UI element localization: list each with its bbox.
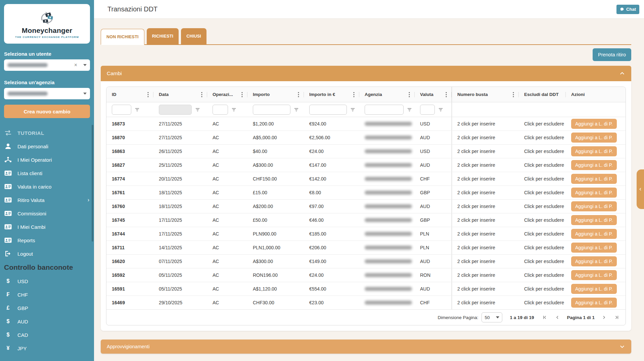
cell-numero-busta[interactable]: 2 click per inserire [452, 131, 519, 144]
cell-numero-busta[interactable]: 2 click per inserire [452, 158, 519, 172]
user-select[interactable]: × [4, 59, 90, 71]
cambi-section-header[interactable]: Cambi [101, 66, 631, 81]
add-to-pickup-list-button[interactable]: Aggiungi a L. di P. [571, 119, 617, 129]
add-to-pickup-list-button[interactable]: Aggiungi a L. di P. [571, 133, 617, 143]
filter-input-valuta[interactable] [420, 105, 435, 115]
column-header-valuta[interactable]: Valuta [415, 87, 452, 102]
cell-numero-busta[interactable]: 2 click per inserire [452, 200, 519, 213]
add-to-pickup-list-button[interactable]: Aggiungi a L. di P. [571, 160, 617, 170]
column-header-operazione[interactable]: Operazi... [207, 87, 247, 102]
add-to-pickup-list-button[interactable]: Aggiungi a L. di P. [571, 270, 617, 280]
tab-chiusi[interactable]: CHIUSI [181, 28, 206, 44]
sidebar-item-logout[interactable]: Logout [0, 247, 94, 260]
chevron-up-icon[interactable] [619, 70, 625, 76]
filter-input-agenzia[interactable] [365, 105, 404, 115]
add-to-pickup-list-button[interactable]: Aggiungi a L. di P. [571, 174, 617, 184]
cell-escludi[interactable]: Click per escludere [519, 186, 566, 199]
cell-numero-busta[interactable]: 2 click per inserire [452, 241, 519, 254]
filter-input-importo-eur[interactable] [309, 105, 347, 115]
new-exchange-button[interactable]: Crea nuovo cambio [4, 105, 90, 118]
tab-non-richiesti[interactable]: NON RICHIESTI [101, 29, 144, 45]
cell-escludi[interactable]: Click per escludere [519, 200, 566, 213]
currency-item[interactable]: ¥ JPY [0, 342, 94, 355]
cell-numero-busta[interactable]: 2 click per inserire [452, 186, 519, 199]
chevron-down-icon[interactable] [83, 93, 87, 95]
add-to-pickup-list-button[interactable]: Aggiungi a L. di P. [571, 229, 617, 239]
currency-item[interactable]: $ USD [0, 274, 94, 288]
cell-escludi[interactable]: Click per escludere [519, 296, 566, 309]
agency-select[interactable] [4, 88, 90, 99]
cell-numero-busta[interactable]: 2 click per inserire [452, 227, 519, 241]
add-to-pickup-list-button[interactable]: Aggiungi a L. di P. [571, 201, 617, 211]
chat-button[interactable]: Chat [616, 5, 639, 14]
tab-richiesti[interactable]: RICHIESTI [147, 28, 179, 44]
filter-icon[interactable] [135, 107, 140, 112]
cell-numero-busta[interactable]: 2 click per inserire [452, 145, 519, 158]
filter-icon[interactable] [407, 107, 412, 112]
cell-escludi[interactable]: Click per escludere [519, 145, 566, 158]
next-page-button[interactable] [601, 314, 607, 321]
first-page-button[interactable] [541, 314, 548, 321]
prev-page-button[interactable] [554, 314, 561, 321]
add-to-pickup-list-button[interactable]: Aggiungi a L. di P. [571, 284, 617, 294]
cell-numero-busta[interactable]: 2 click per inserire [452, 117, 519, 131]
column-header-numero-busta[interactable]: Numero busta [452, 87, 519, 102]
column-menu-icon[interactable] [353, 92, 355, 97]
last-page-button[interactable] [613, 314, 620, 321]
filter-icon[interactable] [438, 107, 443, 112]
chevron-down-icon[interactable] [83, 64, 87, 66]
column-header-importo-eur[interactable]: Importo in € [304, 87, 359, 102]
side-drawer-handle[interactable] [637, 169, 644, 209]
add-to-pickup-list-button[interactable]: Aggiungi a L. di P. [571, 188, 617, 198]
currency-item[interactable]: ₣ CHF [0, 288, 94, 301]
chevron-down-icon[interactable] [619, 344, 625, 350]
filter-input-importo[interactable] [253, 105, 290, 115]
page-size-select[interactable]: 50 [481, 312, 502, 322]
column-header-azioni[interactable]: Azioni [566, 87, 626, 102]
column-menu-icon[interactable] [241, 92, 243, 97]
add-to-pickup-list-button[interactable]: Aggiungi a L. di P. [571, 256, 617, 266]
column-header-data[interactable]: Data [153, 87, 207, 102]
cell-escludi[interactable]: Click per escludere [519, 268, 566, 282]
currency-item[interactable]: $ CAD [0, 328, 94, 342]
book-pickup-button[interactable]: Prenota ritiro [593, 48, 631, 61]
cell-numero-busta[interactable]: 2 click per inserire [452, 268, 519, 282]
sidebar-scrollbar[interactable] [92, 125, 93, 242]
cell-escludi[interactable]: Click per escludere [519, 255, 566, 268]
sidebar-item-lista-clienti[interactable]: Lista clienti [0, 166, 94, 180]
cell-escludi[interactable]: Click per escludere [519, 227, 566, 241]
column-menu-icon[interactable] [409, 92, 410, 97]
filter-icon[interactable] [195, 107, 200, 112]
column-menu-icon[interactable] [513, 92, 514, 97]
sidebar-item-dati-personali[interactable]: Dati personali [0, 140, 94, 153]
approvvigionamenti-section-header[interactable]: Approvvigionamenti [101, 340, 631, 354]
add-to-pickup-list-button[interactable]: Aggiungi a L. di P. [571, 298, 617, 308]
filter-input-data[interactable] [159, 105, 192, 115]
filter-input-operazione[interactable] [213, 105, 228, 115]
add-to-pickup-list-button[interactable]: Aggiungi a L. di P. [571, 146, 617, 156]
sidebar-item-reports[interactable]: Reports [0, 234, 94, 247]
cell-numero-busta[interactable]: 2 click per inserire [452, 255, 519, 268]
cell-escludi[interactable]: Click per escludere [519, 158, 566, 172]
column-menu-icon[interactable] [298, 92, 299, 97]
sidebar-item-ritiro-valuta[interactable]: Ritiro Valuta › [0, 193, 94, 207]
filter-icon[interactable] [231, 107, 236, 112]
cell-escludi[interactable]: Click per escludere [519, 172, 566, 186]
currency-item[interactable]: £ GBP [0, 301, 94, 315]
filter-icon[interactable] [350, 107, 355, 112]
cell-escludi[interactable]: Click per escludere [519, 213, 566, 227]
column-menu-icon[interactable] [201, 92, 202, 97]
sidebar-item-commissioni[interactable]: Commissioni [0, 207, 94, 220]
sidebar-item-valuta-in-carico[interactable]: Valuta in carico [0, 180, 94, 193]
sidebar-item-i-miei-operatori[interactable]: I Miei Operatori [0, 153, 94, 166]
cell-escludi[interactable]: Click per escludere [519, 282, 566, 296]
sidebar-item-i-miei-cambi[interactable]: I Miei Cambi [0, 220, 94, 234]
currency-item[interactable]: $ AUD [0, 315, 94, 328]
sidebar-item-tutorial[interactable]: TUTORIAL [0, 126, 94, 140]
cell-escludi[interactable]: Click per escludere [519, 241, 566, 254]
column-header-id[interactable]: ID [106, 87, 153, 102]
column-menu-icon[interactable] [147, 92, 149, 97]
filter-icon[interactable] [294, 107, 299, 112]
cell-numero-busta[interactable]: 2 click per inserire [452, 296, 519, 309]
column-header-importo[interactable]: Importo [247, 87, 304, 102]
